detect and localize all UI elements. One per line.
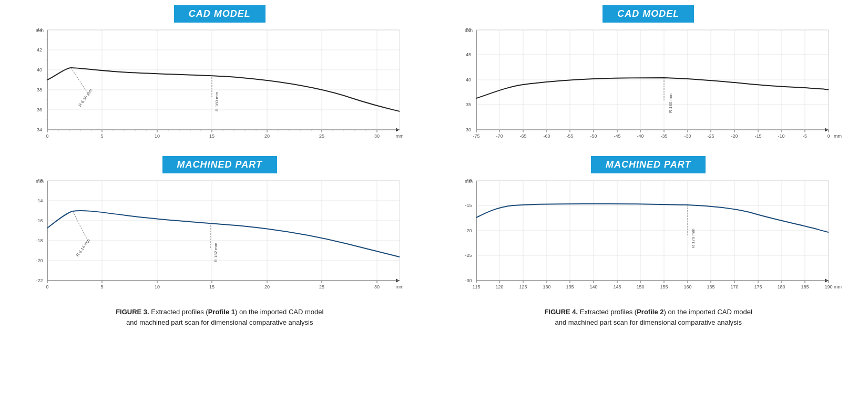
svg-text:150: 150: [636, 284, 644, 290]
svg-text:-75: -75: [473, 133, 479, 139]
svg-text:38: 38: [37, 87, 42, 92]
svg-text:145: 145: [613, 284, 621, 290]
svg-text:mm: mm: [396, 284, 404, 290]
fig3-machined-title: MACHINED PART: [162, 156, 277, 173]
caption3-text2: ): [235, 308, 237, 316]
fig3-cad-chart: mm 44 42 40 38 36: [16, 25, 424, 151]
fig3-cad-title: CAD MODEL: [174, 5, 265, 23]
svg-text:-30: -30: [465, 278, 472, 283]
fig4-cad-title: CAD MODEL: [603, 5, 694, 23]
svg-text:-40: -40: [637, 133, 644, 139]
svg-text:20: 20: [264, 133, 270, 139]
caption4-fignum: FIGURE 4.: [545, 308, 578, 316]
svg-text:-14: -14: [36, 198, 43, 203]
caption3-fignum: FIGURE 3.: [116, 308, 149, 316]
caption-fig4: FIGURE 4. Extracted profiles (Profile 2)…: [445, 307, 853, 327]
svg-text:-65: -65: [519, 133, 526, 139]
svg-text:-20: -20: [465, 228, 472, 233]
svg-text:30: 30: [374, 133, 380, 139]
captions-row: FIGURE 3. Extracted profiles (Profile 1)…: [16, 305, 852, 327]
caption3-bold: Profile 1: [208, 308, 235, 316]
svg-text:130: 130: [543, 284, 550, 290]
svg-text:-20: -20: [36, 258, 43, 263]
svg-text:-60: -60: [543, 133, 550, 139]
caption-fig3: FIGURE 3. Extracted profiles (Profile 1)…: [16, 307, 424, 327]
svg-text:-15: -15: [465, 203, 472, 208]
svg-text:-13: -13: [36, 178, 43, 183]
fig4-cad-panel: CAD MODEL mm 50 45: [445, 5, 853, 151]
svg-text:190: 190: [824, 284, 832, 290]
svg-text:0: 0: [827, 133, 830, 139]
svg-text:0: 0: [46, 133, 48, 139]
fig4-machined-panel: MACHINED PART mm -10: [445, 156, 853, 302]
svg-text:160: 160: [683, 284, 691, 290]
svg-text:R 180 mm: R 180 mm: [668, 94, 673, 113]
caption4-bold: Profile 2: [637, 308, 663, 316]
svg-text:15: 15: [209, 284, 215, 290]
svg-text:-25: -25: [707, 133, 714, 139]
svg-text:30: 30: [374, 284, 380, 290]
svg-text:-70: -70: [496, 133, 503, 139]
svg-text:5: 5: [100, 284, 103, 290]
svg-text:-50: -50: [590, 133, 597, 139]
svg-text:-20: -20: [731, 133, 738, 139]
svg-text:-25: -25: [465, 253, 472, 258]
svg-text:40: 40: [465, 77, 471, 82]
svg-text:-22: -22: [36, 278, 43, 283]
svg-text:115: 115: [472, 284, 480, 290]
svg-text:125: 125: [519, 284, 527, 290]
svg-text:-55: -55: [566, 133, 573, 139]
svg-text:34: 34: [37, 127, 42, 132]
svg-text:-45: -45: [614, 133, 620, 139]
fig3-machined-panel: MACHINED PART mm -13: [16, 156, 424, 302]
svg-text:40: 40: [37, 67, 42, 73]
svg-text:-18: -18: [36, 238, 43, 243]
svg-rect-1: [47, 30, 400, 130]
svg-text:170: 170: [730, 284, 738, 290]
svg-text:mm: mm: [396, 133, 404, 139]
svg-text:R 179 mm: R 179 mm: [691, 229, 696, 248]
svg-text:5: 5: [100, 133, 103, 139]
svg-rect-139: [47, 181, 400, 281]
svg-text:R 180 mm: R 180 mm: [215, 92, 219, 111]
svg-text:mm: mm: [834, 133, 842, 139]
svg-text:165: 165: [707, 284, 714, 290]
svg-text:-10: -10: [465, 178, 472, 183]
svg-text:35: 35: [465, 102, 471, 107]
svg-text:45: 45: [465, 52, 471, 57]
svg-text:135: 135: [566, 284, 574, 290]
fig4-machined-title: MACHINED PART: [591, 156, 706, 173]
svg-text:mm: mm: [834, 284, 842, 290]
figures-container: CAD MODEL mm: [16, 5, 852, 302]
svg-text:-35: -35: [660, 133, 667, 139]
svg-text:-10: -10: [778, 133, 784, 139]
svg-text:20: 20: [264, 284, 270, 290]
svg-text:15: 15: [209, 133, 215, 139]
caption4-text2: ): [664, 308, 666, 316]
fig4-machined-chart: mm -10 -15 -20 -25 -30: [445, 175, 853, 302]
svg-text:175: 175: [754, 284, 762, 290]
svg-text:36: 36: [37, 107, 42, 112]
svg-text:10: 10: [155, 284, 160, 290]
svg-text:25: 25: [319, 133, 324, 139]
svg-text:185: 185: [801, 284, 809, 290]
caption4-text1: Extracted profiles (: [578, 308, 637, 316]
svg-text:120: 120: [495, 284, 503, 290]
svg-text:0: 0: [46, 284, 48, 290]
fig3-machined-chart: mm -13 -14 -16 -18 -20 -22: [16, 175, 424, 302]
svg-text:180: 180: [777, 284, 785, 290]
svg-text:42: 42: [37, 47, 42, 53]
svg-text:140: 140: [589, 284, 597, 290]
svg-text:25: 25: [319, 284, 324, 290]
svg-text:10: 10: [155, 133, 160, 139]
svg-text:44: 44: [37, 27, 42, 33]
fig3-cad-panel: CAD MODEL mm: [16, 5, 424, 151]
svg-text:-15: -15: [754, 133, 761, 139]
svg-text:30: 30: [465, 127, 471, 132]
caption3-text1: Extracted profiles (: [149, 308, 208, 316]
svg-text:50: 50: [465, 27, 471, 33]
svg-text:-30: -30: [684, 133, 691, 139]
svg-text:155: 155: [660, 284, 668, 290]
svg-text:R 182 mm: R 182 mm: [213, 243, 218, 262]
fig4-cad-chart: mm 50 45 40 35 30: [445, 25, 853, 151]
